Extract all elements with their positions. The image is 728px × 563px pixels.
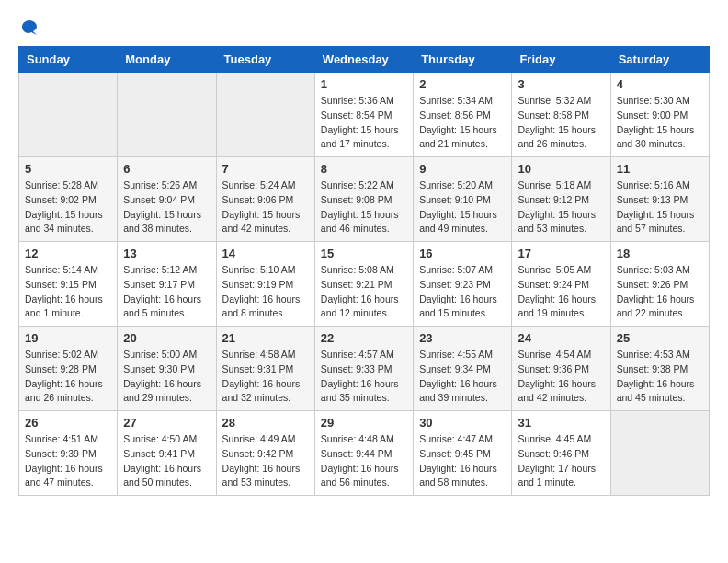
calendar-cell: 12Sunrise: 5:14 AM Sunset: 9:15 PM Dayli…	[19, 242, 118, 327]
day-number: 8	[321, 162, 407, 176]
calendar-cell: 21Sunrise: 4:58 AM Sunset: 9:31 PM Dayli…	[216, 327, 314, 411]
day-info: Sunrise: 4:47 AM Sunset: 9:45 PM Dayligh…	[419, 432, 506, 490]
day-number: 26	[25, 416, 111, 430]
day-number: 23	[419, 331, 506, 345]
day-info: Sunrise: 5:26 AM Sunset: 9:04 PM Dayligh…	[123, 178, 210, 236]
calendar-cell: 30Sunrise: 4:47 AM Sunset: 9:45 PM Dayli…	[414, 411, 512, 496]
day-info: Sunrise: 5:12 AM Sunset: 9:17 PM Dayligh…	[123, 263, 210, 321]
weekday-header-saturday: Saturday	[610, 47, 709, 73]
day-number: 29	[321, 416, 407, 430]
header	[18, 18, 710, 37]
calendar-week-row: 19Sunrise: 5:02 AM Sunset: 9:28 PM Dayli…	[19, 327, 710, 411]
logo-bird-icon	[20, 18, 39, 37]
calendar-cell: 31Sunrise: 4:45 AM Sunset: 9:46 PM Dayli…	[512, 411, 610, 496]
day-number: 30	[419, 416, 506, 430]
calendar-cell	[118, 73, 216, 157]
day-info: Sunrise: 5:28 AM Sunset: 9:02 PM Dayligh…	[25, 178, 111, 236]
day-number: 28	[222, 416, 309, 430]
calendar-week-row: 5Sunrise: 5:28 AM Sunset: 9:02 PM Daylig…	[19, 157, 710, 242]
calendar-cell: 6Sunrise: 5:26 AM Sunset: 9:04 PM Daylig…	[118, 157, 216, 242]
day-number: 15	[321, 247, 407, 260]
weekday-header-thursday: Thursday	[414, 47, 512, 73]
day-number: 5	[25, 162, 111, 176]
day-number: 7	[222, 162, 309, 176]
calendar-cell: 3Sunrise: 5:32 AM Sunset: 8:58 PM Daylig…	[512, 73, 610, 157]
calendar-cell: 26Sunrise: 4:51 AM Sunset: 9:39 PM Dayli…	[19, 411, 118, 496]
day-info: Sunrise: 4:57 AM Sunset: 9:33 PM Dayligh…	[321, 348, 407, 406]
day-info: Sunrise: 5:18 AM Sunset: 9:12 PM Dayligh…	[518, 178, 604, 236]
calendar-cell: 11Sunrise: 5:16 AM Sunset: 9:13 PM Dayli…	[610, 157, 709, 242]
weekday-header-tuesday: Tuesday	[216, 47, 314, 73]
weekday-header-sunday: Sunday	[19, 47, 118, 73]
day-number: 3	[518, 77, 604, 91]
day-number: 21	[222, 331, 309, 345]
calendar-table: SundayMondayTuesdayWednesdayThursdayFrid…	[18, 46, 710, 496]
day-info: Sunrise: 4:48 AM Sunset: 9:44 PM Dayligh…	[321, 432, 407, 490]
calendar-cell: 14Sunrise: 5:10 AM Sunset: 9:19 PM Dayli…	[216, 242, 314, 327]
calendar-cell: 15Sunrise: 5:08 AM Sunset: 9:21 PM Dayli…	[314, 242, 413, 327]
day-number: 20	[123, 331, 210, 345]
day-info: Sunrise: 4:55 AM Sunset: 9:34 PM Dayligh…	[419, 348, 506, 406]
calendar-week-row: 1Sunrise: 5:36 AM Sunset: 8:54 PM Daylig…	[19, 73, 710, 157]
calendar-cell: 20Sunrise: 5:00 AM Sunset: 9:30 PM Dayli…	[118, 327, 216, 411]
calendar-cell: 29Sunrise: 4:48 AM Sunset: 9:44 PM Dayli…	[314, 411, 413, 496]
day-info: Sunrise: 5:08 AM Sunset: 9:21 PM Dayligh…	[321, 263, 407, 321]
day-number: 11	[617, 162, 703, 176]
day-info: Sunrise: 5:30 AM Sunset: 9:00 PM Dayligh…	[617, 94, 703, 152]
weekday-header-row: SundayMondayTuesdayWednesdayThursdayFrid…	[19, 47, 710, 73]
day-info: Sunrise: 5:14 AM Sunset: 9:15 PM Dayligh…	[25, 263, 111, 321]
day-info: Sunrise: 5:00 AM Sunset: 9:30 PM Dayligh…	[123, 348, 210, 406]
calendar-cell	[19, 73, 118, 157]
day-info: Sunrise: 5:24 AM Sunset: 9:06 PM Dayligh…	[222, 178, 309, 236]
day-number: 2	[419, 77, 506, 91]
day-number: 17	[518, 247, 604, 260]
day-number: 6	[123, 162, 210, 176]
calendar-cell: 5Sunrise: 5:28 AM Sunset: 9:02 PM Daylig…	[19, 157, 118, 242]
day-info: Sunrise: 4:49 AM Sunset: 9:42 PM Dayligh…	[222, 432, 309, 490]
day-number: 10	[518, 162, 604, 176]
day-number: 22	[321, 331, 407, 345]
day-info: Sunrise: 5:10 AM Sunset: 9:19 PM Dayligh…	[222, 263, 309, 321]
day-info: Sunrise: 5:16 AM Sunset: 9:13 PM Dayligh…	[617, 178, 703, 236]
day-number: 16	[419, 247, 506, 260]
calendar-cell: 22Sunrise: 4:57 AM Sunset: 9:33 PM Dayli…	[314, 327, 413, 411]
day-number: 31	[518, 416, 604, 430]
day-info: Sunrise: 4:58 AM Sunset: 9:31 PM Dayligh…	[222, 348, 309, 406]
day-info: Sunrise: 5:07 AM Sunset: 9:23 PM Dayligh…	[419, 263, 506, 321]
calendar-cell: 16Sunrise: 5:07 AM Sunset: 9:23 PM Dayli…	[414, 242, 512, 327]
day-number: 14	[222, 247, 309, 260]
calendar-cell: 27Sunrise: 4:50 AM Sunset: 9:41 PM Dayli…	[118, 411, 216, 496]
calendar-cell: 28Sunrise: 4:49 AM Sunset: 9:42 PM Dayli…	[216, 411, 314, 496]
calendar-cell: 17Sunrise: 5:05 AM Sunset: 9:24 PM Dayli…	[512, 242, 610, 327]
calendar-cell: 25Sunrise: 4:53 AM Sunset: 9:38 PM Dayli…	[610, 327, 709, 411]
day-info: Sunrise: 4:50 AM Sunset: 9:41 PM Dayligh…	[123, 432, 210, 490]
calendar-week-row: 26Sunrise: 4:51 AM Sunset: 9:39 PM Dayli…	[19, 411, 710, 496]
day-number: 13	[123, 247, 210, 260]
day-info: Sunrise: 5:34 AM Sunset: 8:56 PM Dayligh…	[419, 94, 506, 152]
calendar-cell: 10Sunrise: 5:18 AM Sunset: 9:12 PM Dayli…	[512, 157, 610, 242]
logo	[18, 18, 39, 37]
calendar-cell: 24Sunrise: 4:54 AM Sunset: 9:36 PM Dayli…	[512, 327, 610, 411]
calendar-cell	[216, 73, 314, 157]
day-info: Sunrise: 4:53 AM Sunset: 9:38 PM Dayligh…	[617, 348, 703, 406]
day-number: 1	[321, 77, 407, 91]
day-info: Sunrise: 5:05 AM Sunset: 9:24 PM Dayligh…	[518, 263, 604, 321]
day-info: Sunrise: 4:45 AM Sunset: 9:46 PM Dayligh…	[518, 432, 604, 490]
day-info: Sunrise: 4:54 AM Sunset: 9:36 PM Dayligh…	[518, 348, 604, 406]
day-info: Sunrise: 5:22 AM Sunset: 9:08 PM Dayligh…	[321, 178, 407, 236]
calendar-cell: 4Sunrise: 5:30 AM Sunset: 9:00 PM Daylig…	[610, 73, 709, 157]
day-number: 19	[25, 331, 111, 345]
calendar-cell	[610, 411, 709, 496]
calendar-cell: 8Sunrise: 5:22 AM Sunset: 9:08 PM Daylig…	[314, 157, 413, 242]
calendar-week-row: 12Sunrise: 5:14 AM Sunset: 9:15 PM Dayli…	[19, 242, 710, 327]
calendar-cell: 23Sunrise: 4:55 AM Sunset: 9:34 PM Dayli…	[414, 327, 512, 411]
day-info: Sunrise: 4:51 AM Sunset: 9:39 PM Dayligh…	[25, 432, 111, 490]
calendar-cell: 13Sunrise: 5:12 AM Sunset: 9:17 PM Dayli…	[118, 242, 216, 327]
day-info: Sunrise: 5:32 AM Sunset: 8:58 PM Dayligh…	[518, 94, 604, 152]
weekday-header-wednesday: Wednesday	[314, 47, 413, 73]
calendar-cell: 7Sunrise: 5:24 AM Sunset: 9:06 PM Daylig…	[216, 157, 314, 242]
weekday-header-monday: Monday	[118, 47, 216, 73]
day-number: 24	[518, 331, 604, 345]
day-info: Sunrise: 5:03 AM Sunset: 9:26 PM Dayligh…	[617, 263, 703, 321]
day-number: 12	[25, 247, 111, 260]
